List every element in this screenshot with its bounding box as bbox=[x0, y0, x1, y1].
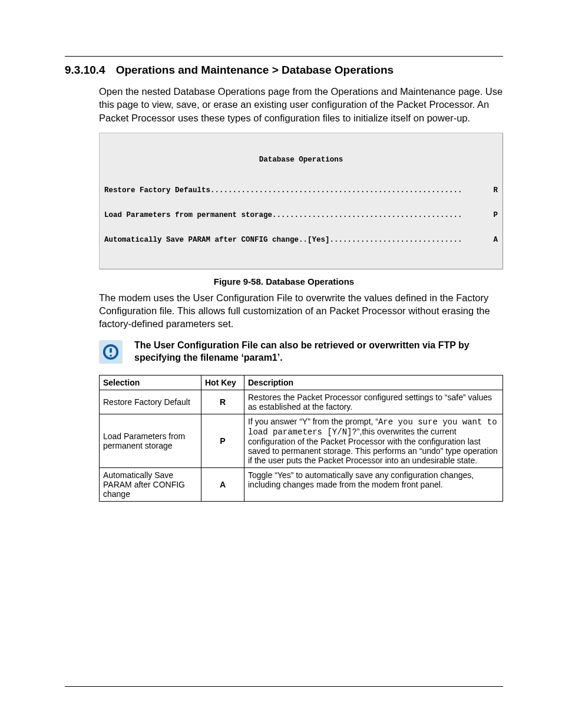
terminal-line: Restore Factory Defaults................… bbox=[104, 186, 498, 195]
cell-hotkey: R bbox=[201, 390, 244, 414]
section-heading: 9.3.10.4Operations and Maintenance > Dat… bbox=[65, 64, 503, 77]
terminal-line-left: Automatically Save PARAM after CONFIG ch… bbox=[104, 236, 330, 244]
terminal-dots: ........................................… bbox=[210, 186, 493, 195]
terminal-dots: .............................. bbox=[330, 236, 494, 244]
terminal-line-right: R bbox=[493, 186, 498, 195]
col-header-hotkey: Hot Key bbox=[201, 375, 244, 390]
cell-description: Toggle “Yes” to automatically save any c… bbox=[244, 467, 503, 501]
col-header-selection: Selection bbox=[100, 375, 201, 390]
terminal-title: Database Operations bbox=[104, 156, 498, 164]
table-header-row: Selection Hot Key Description bbox=[100, 375, 503, 390]
info-icon bbox=[99, 340, 123, 364]
table-row: Restore Factory Default R Restores the P… bbox=[100, 390, 503, 414]
table-row: Load Parameters from permanent storage P… bbox=[100, 414, 503, 467]
terminal-line-left: Restore Factory Defaults bbox=[104, 186, 210, 195]
document-page: 9.3.10.4Operations and Maintenance > Dat… bbox=[0, 0, 562, 728]
cell-description: If you answer “Y” from the prompt, “Are … bbox=[244, 414, 503, 467]
cell-selection: Automatically Save PARAM after CONFIG ch… bbox=[100, 467, 201, 501]
section-number: 9.3.10.4 bbox=[65, 64, 105, 76]
cell-hotkey: P bbox=[201, 414, 244, 467]
figure-caption: Figure 9-58. Database Operations bbox=[65, 276, 503, 286]
cell-hotkey: A bbox=[201, 467, 244, 501]
terminal-line-right: A bbox=[493, 236, 498, 244]
after-figure-paragraph: The modem uses the User Configuration Fi… bbox=[65, 291, 503, 331]
note-text: The User Configuration File can also be … bbox=[134, 339, 503, 364]
section-title: Operations and Maintenance > Database Op… bbox=[116, 64, 394, 76]
note-block: The User Configuration File can also be … bbox=[99, 339, 503, 364]
terminal-line: Load Parameters from permanent storage..… bbox=[104, 211, 498, 219]
bottom-rule bbox=[65, 686, 503, 687]
table-row: Automatically Save PARAM after CONFIG ch… bbox=[100, 467, 503, 501]
col-header-description: Description bbox=[244, 375, 503, 390]
intro-paragraph: Open the nested Database Operations page… bbox=[65, 85, 503, 124]
terminal-screenshot: Database Operations Restore Factory Defa… bbox=[99, 133, 503, 269]
terminal-line-right: P bbox=[493, 211, 498, 219]
cell-selection: Load Parameters from permanent storage bbox=[100, 414, 201, 467]
cell-selection: Restore Factory Default bbox=[100, 390, 201, 414]
terminal-line: Automatically Save PARAM after CONFIG ch… bbox=[104, 236, 498, 244]
options-table: Selection Hot Key Description Restore Fa… bbox=[99, 375, 503, 502]
svg-point-2 bbox=[110, 354, 112, 357]
cell-description: Restores the Packet Processor configured… bbox=[244, 390, 503, 414]
terminal-line-left: Load Parameters from permanent storage bbox=[104, 211, 272, 219]
terminal-dots: ........................................… bbox=[272, 211, 493, 219]
top-rule bbox=[65, 56, 503, 57]
